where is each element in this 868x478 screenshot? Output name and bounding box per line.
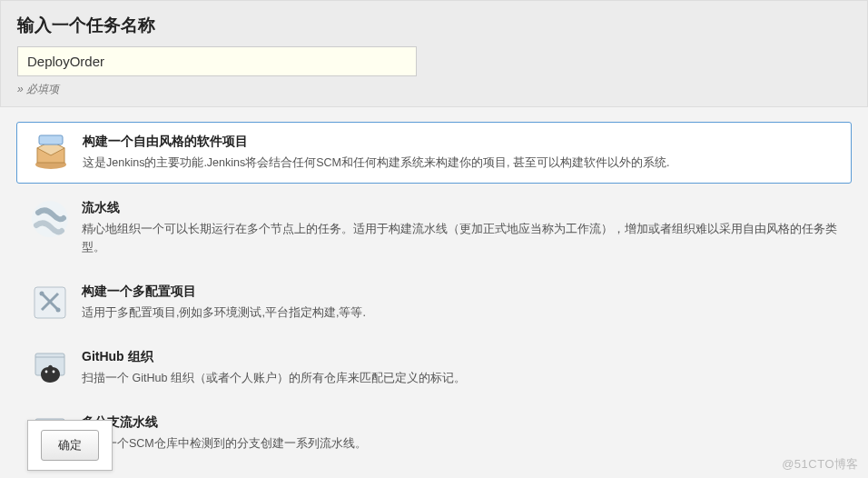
freestyle-icon [32, 134, 70, 172]
ok-button[interactable]: 确定 [41, 430, 99, 461]
page-title: 输入一个任务名称 [17, 14, 851, 37]
job-type-desc: 根据一个SCM仓库中检测到的分支创建一系列流水线。 [82, 434, 837, 453]
job-type-pipeline[interactable]: 流水线 精心地组织一个可以长期运行在多个节点上的任务。适用于构建流水线（更加正式… [16, 189, 852, 267]
action-bar: 确定 [27, 420, 113, 471]
svg-point-11 [53, 371, 55, 373]
job-type-list: 构建一个自由风格的软件项目 这是Jenkins的主要功能.Jenkins将会结合… [0, 107, 868, 478]
job-type-desc: 适用于多配置项目,例如多环境测试,平台指定构建,等等. [82, 304, 837, 322]
job-type-title: 多分支流水线 [82, 414, 837, 431]
watermark-text: @51CTO博客 [782, 456, 859, 473]
job-type-github-org[interactable]: GitHub 组织 扫描一个 GitHub 组织（或者个人账户）的所有仓库来匹配… [16, 338, 852, 398]
required-label: » 必填项 [17, 82, 851, 97]
svg-point-7 [40, 292, 44, 296]
multiconfig-icon [31, 284, 69, 322]
job-type-multiconfig[interactable]: 构建一个多配置项目 适用于多配置项目,例如多环境测试,平台指定构建,等等. [16, 273, 852, 333]
name-input-section: 输入一个任务名称 » 必填项 [0, 0, 868, 107]
pipeline-icon [31, 200, 69, 238]
job-type-multibranch[interactable]: 多分支流水线 根据一个SCM仓库中检测到的分支创建一系列流水线。 [16, 403, 852, 463]
job-type-desc: 扫描一个 GitHub 组织（或者个人账户）的所有仓库来匹配已定义的标记。 [82, 369, 837, 387]
svg-point-10 [45, 371, 48, 373]
job-type-desc: 精心地组织一个可以长期运行在多个节点上的任务。适用于构建流水线（更加正式地应当称… [82, 220, 837, 256]
job-type-title: 构建一个自由风格的软件项目 [83, 134, 836, 150]
svg-point-8 [56, 308, 61, 313]
job-type-title: 构建一个多配置项目 [82, 284, 837, 300]
job-type-title: GitHub 组织 [82, 349, 837, 365]
item-name-input[interactable] [17, 46, 417, 76]
job-type-title: 流水线 [82, 200, 837, 216]
job-type-desc: 这是Jenkins的主要功能.Jenkins将会结合任何SCM和任何构建系统来构… [83, 154, 836, 172]
svg-rect-2 [39, 135, 63, 144]
github-icon [31, 349, 69, 387]
job-type-freestyle[interactable]: 构建一个自由风格的软件项目 这是Jenkins的主要功能.Jenkins将会结合… [16, 122, 852, 184]
